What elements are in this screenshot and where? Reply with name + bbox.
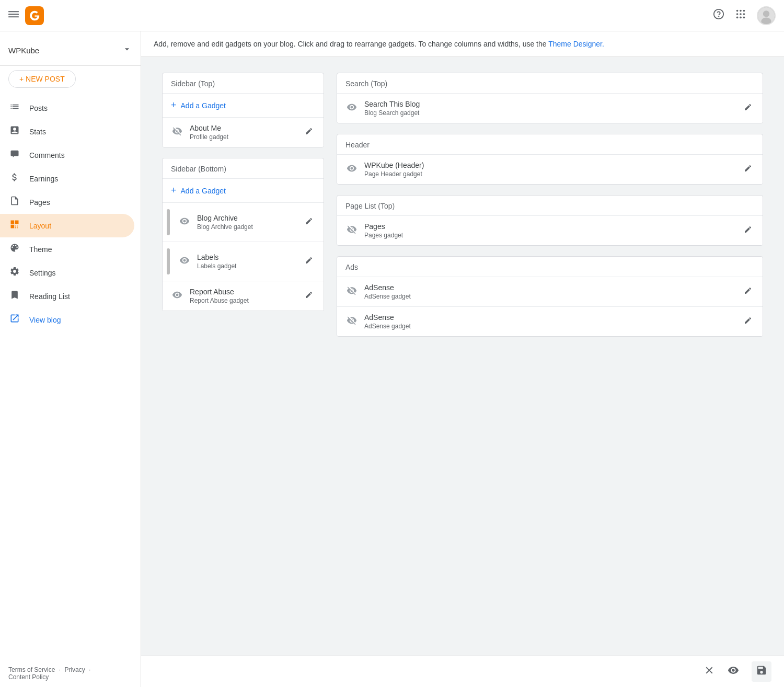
add-gadget-bottom-button[interactable]: + Add a Gadget — [163, 179, 324, 203]
adsense2-name: AdSense — [364, 313, 735, 322]
avatar[interactable] — [757, 6, 776, 25]
sidebar-item-theme[interactable]: Theme — [0, 237, 134, 261]
sidebar-item-reading-list-label: Reading List — [29, 292, 70, 301]
adsense-gadget-1[interactable]: AdSense AdSense gadget — [337, 277, 763, 307]
sidebar-top-section: Sidebar (Top) + Add a Gadget About Me Pr… — [162, 73, 324, 147]
sidebar-item-stats-label: Stats — [29, 128, 46, 136]
svg-point-15 — [763, 10, 769, 17]
theme-icon — [8, 243, 21, 256]
header-title: Header — [337, 134, 763, 155]
drag-handle-2[interactable] — [167, 248, 170, 274]
sidebar-item-comments[interactable]: Comments — [0, 143, 134, 167]
new-post-button[interactable]: + NEW POST — [8, 70, 76, 88]
edit-adsense2-icon[interactable] — [742, 316, 754, 327]
sidebar-footer: Terms of Service · Privacy · Content Pol… — [0, 660, 141, 687]
report-abuse-gadget[interactable]: Report Abuse Report Abuse gadget — [163, 281, 324, 311]
blogger-logo[interactable] — [25, 6, 44, 25]
plus-icon-2: + — [171, 185, 177, 196]
sidebar-item-layout[interactable]: Layout — [0, 214, 134, 237]
info-text: Add, remove and edit gadgets on your blo… — [154, 40, 547, 48]
bottom-bar — [141, 656, 784, 687]
visibility-off-icon-adsense1[interactable] — [345, 285, 358, 299]
about-me-type: Profile gadget — [190, 133, 296, 141]
drag-handle[interactable] — [167, 209, 170, 235]
posts-icon — [8, 101, 21, 115]
labels-gadget[interactable]: Labels Labels gadget — [163, 242, 324, 281]
sidebar: WPKube + NEW POST Posts Stats Comment — [0, 31, 141, 687]
sidebar-item-theme-label: Theme — [29, 245, 52, 254]
sidebar-item-settings-label: Settings — [29, 269, 56, 277]
sidebar-item-posts[interactable]: Posts — [0, 96, 134, 120]
close-bottom-icon[interactable] — [704, 665, 715, 679]
hamburger-icon[interactable] — [8, 9, 19, 22]
svg-rect-1 — [8, 14, 19, 15]
sidebar-item-earnings[interactable]: Earnings — [0, 167, 134, 190]
sidebar-item-reading-list[interactable]: Reading List — [0, 284, 134, 308]
pages-gadget[interactable]: Pages Pages gadget — [337, 216, 763, 245]
adsense-gadget-2[interactable]: AdSense AdSense gadget — [337, 307, 763, 336]
layout-canvas: Sidebar (Top) + Add a Gadget About Me Pr… — [141, 57, 784, 352]
ads-title: Ads — [337, 257, 763, 277]
left-column: Sidebar (Top) + Add a Gadget About Me Pr… — [162, 73, 324, 311]
ads-section: Ads AdSense AdSense gadget — [337, 256, 763, 337]
save-bottom-icon[interactable] — [752, 661, 771, 682]
view-blog-link[interactable]: View blog — [0, 308, 141, 331]
sidebar-item-stats[interactable]: Stats — [0, 120, 134, 143]
terms-link[interactable]: Terms of Service — [8, 666, 55, 673]
about-me-gadget[interactable]: About Me Profile gadget — [163, 118, 324, 147]
wpkube-header-name: WPKube (Header) — [364, 161, 735, 169]
apps-icon[interactable] — [735, 8, 746, 22]
edit-adsense1-icon[interactable] — [742, 287, 754, 297]
sidebar-item-pages[interactable]: Pages — [0, 190, 134, 214]
edit-header-icon[interactable] — [742, 164, 754, 175]
edit-blog-archive-icon[interactable] — [303, 217, 315, 227]
visibility-off-icon-adsense2[interactable] — [345, 315, 358, 328]
edit-pages-icon[interactable] — [742, 225, 754, 236]
svg-point-12 — [740, 17, 742, 19]
report-abuse-name: Report Abuse — [190, 288, 296, 296]
privacy-link[interactable]: Privacy — [64, 666, 85, 673]
add-gadget-top-button[interactable]: + Add a Gadget — [163, 94, 324, 118]
svg-point-16 — [761, 17, 771, 25]
labels-name: Labels — [197, 253, 296, 261]
about-me-name: About Me — [190, 124, 296, 132]
blog-archive-gadget[interactable]: Blog Archive Blog Archive gadget — [163, 203, 324, 242]
edit-report-abuse-icon[interactable] — [303, 291, 315, 301]
content-policy-link[interactable]: Content Policy — [8, 673, 49, 681]
edit-about-me-icon[interactable] — [303, 127, 315, 138]
topnav — [0, 0, 784, 31]
labels-type: Labels gadget — [197, 262, 296, 270]
adsense1-name: AdSense — [364, 283, 735, 292]
page-list-top-section: Page List (Top) Pages Pages gadget — [337, 195, 763, 246]
earnings-icon — [8, 172, 21, 185]
visibility-on-icon-header[interactable] — [345, 163, 358, 176]
theme-designer-link[interactable]: Theme Designer. — [548, 40, 604, 48]
reading-list-icon — [8, 290, 21, 303]
help-icon[interactable] — [713, 8, 724, 22]
visibility-on-icon-archive[interactable] — [178, 216, 191, 229]
visibility-off-icon-pages[interactable] — [345, 224, 358, 237]
visibility-on-icon-report[interactable] — [171, 290, 183, 303]
search-this-blog-gadget[interactable]: Search This Blog Blog Search gadget — [337, 94, 763, 123]
pages-gadget-type: Pages gadget — [364, 232, 735, 239]
visibility-on-icon-search[interactable] — [345, 102, 358, 115]
visibility-off-icon[interactable] — [171, 126, 183, 139]
search-this-blog-name: Search This Blog — [364, 100, 735, 108]
right-column: Search (Top) Search This Blog Blog Searc… — [337, 73, 763, 337]
edit-labels-icon[interactable] — [303, 256, 315, 267]
svg-point-11 — [736, 17, 739, 19]
preview-bottom-icon[interactable] — [728, 665, 739, 679]
edit-search-icon[interactable] — [742, 103, 754, 113]
settings-icon — [8, 266, 21, 279]
svg-rect-2 — [8, 16, 19, 17]
visibility-on-icon-labels[interactable] — [178, 255, 191, 268]
svg-point-8 — [736, 13, 739, 15]
wpkube-header-gadget[interactable]: WPKube (Header) Page Header gadget — [337, 155, 763, 184]
search-top-title: Search (Top) — [337, 73, 763, 94]
new-post-label: + NEW POST — [19, 75, 65, 83]
blog-selector[interactable]: WPKube — [0, 40, 141, 66]
sidebar-item-settings[interactable]: Settings — [0, 261, 134, 284]
info-bar: Add, remove and edit gadgets on your blo… — [141, 31, 784, 57]
comments-icon — [8, 148, 21, 162]
search-top-section: Search (Top) Search This Blog Blog Searc… — [337, 73, 763, 123]
